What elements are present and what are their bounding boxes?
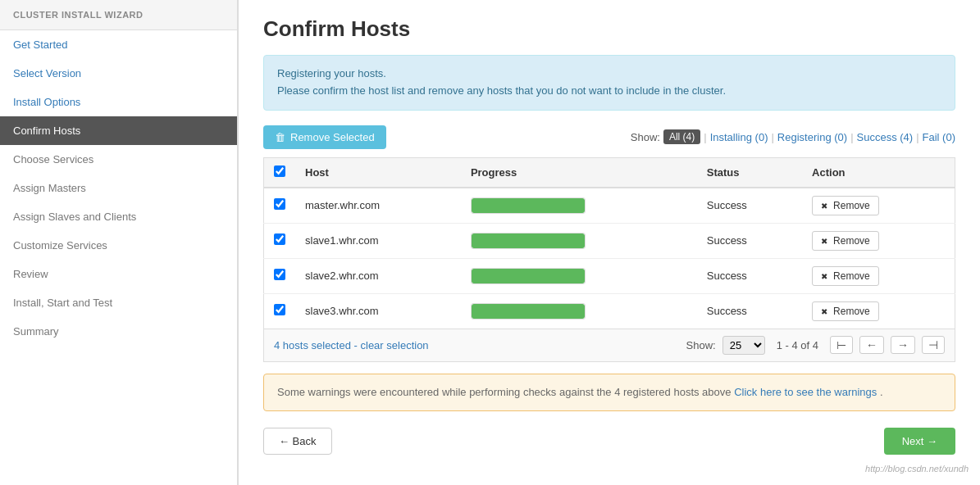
col-action: Action xyxy=(802,157,955,188)
row-status-1: Success xyxy=(697,223,802,258)
row-host-1: slave1.whr.com xyxy=(295,223,461,258)
remove-row-button-0[interactable]: Remove xyxy=(812,196,879,215)
row-checkbox-cell xyxy=(264,188,296,224)
row-action-0: Remove xyxy=(802,188,955,224)
row-host-0: master.whr.com xyxy=(295,188,461,224)
row-checkbox-2[interactable] xyxy=(274,269,285,280)
warning-text-before: Some warnings were encountered while per… xyxy=(277,386,732,398)
warning-link[interactable]: Click here to see the warnings xyxy=(734,386,877,398)
row-action-2: Remove xyxy=(802,258,955,293)
watermark: http://blog.csdn.net/xundh xyxy=(865,464,969,474)
next-page-button[interactable]: → xyxy=(891,336,915,354)
row-checkbox-1[interactable] xyxy=(274,233,285,245)
sidebar-item-get-started[interactable]: Get Started xyxy=(0,30,237,59)
row-checkbox-0[interactable] xyxy=(274,198,285,210)
row-progress-1 xyxy=(461,223,697,258)
main-content: Confirm Hosts Registering your hosts. Pl… xyxy=(238,0,980,485)
pagination-controls: Show: 25 50 100 1 - 4 of 4 ⊢ ← → ⊣ xyxy=(686,336,945,355)
row-host-2: slave2.whr.com xyxy=(295,258,461,293)
footer-buttons: ← Back Next → xyxy=(263,428,955,455)
table-row: slave3.whr.com Success Remove xyxy=(264,293,955,329)
sidebar-item-customize-services: Customize Services xyxy=(0,231,237,260)
progress-bar-wrap xyxy=(471,268,586,284)
progress-bar-wrap xyxy=(471,303,586,320)
remove-icon xyxy=(821,306,830,317)
toolbar: Remove Selected Show: All (4) | Installi… xyxy=(263,125,955,149)
first-page-button[interactable]: ⊢ xyxy=(830,336,853,354)
warning-text-after: . xyxy=(880,386,883,398)
sidebar-item-choose-services: Choose Services xyxy=(0,145,237,174)
show-filters: Show: All (4) | Installing (0) | Registe… xyxy=(631,129,955,144)
selected-info: 4 hosts selected - clear selection xyxy=(274,339,429,351)
remove-icon xyxy=(821,235,830,247)
last-page-button[interactable]: ⊣ xyxy=(922,336,945,354)
next-button[interactable]: Next → xyxy=(884,428,955,455)
sidebar: CLUSTER INSTALL WIZARD Get Started Selec… xyxy=(0,0,238,485)
info-box-line1: Registering your hosts. xyxy=(277,66,941,83)
row-progress-3 xyxy=(461,293,697,329)
col-progress: Progress xyxy=(461,157,697,188)
sidebar-item-confirm-hosts[interactable]: Confirm Hosts xyxy=(0,116,237,145)
progress-bar-wrap xyxy=(471,233,586,249)
sidebar-item-summary: Summary xyxy=(0,317,237,346)
sidebar-item-assign-masters: Assign Masters xyxy=(0,174,237,202)
filter-all[interactable]: All (4) xyxy=(663,129,700,144)
info-box-line2: Please confirm the host list and remove … xyxy=(277,83,941,100)
sidebar-item-review: Review xyxy=(0,260,237,288)
remove-row-button-2[interactable]: Remove xyxy=(812,266,879,286)
row-checkbox-3[interactable] xyxy=(274,304,285,315)
sidebar-header: CLUSTER INSTALL WIZARD xyxy=(0,0,237,30)
progress-bar xyxy=(472,269,585,283)
table-header-row: Host Progress Status Action xyxy=(264,157,955,188)
row-progress-2 xyxy=(461,258,697,293)
col-host: Host xyxy=(295,157,461,188)
remove-row-button-3[interactable]: Remove xyxy=(812,301,879,321)
progress-bar xyxy=(472,304,585,319)
sidebar-item-install-options[interactable]: Install Options xyxy=(0,88,237,116)
row-checkbox-cell xyxy=(264,223,296,258)
row-action-3: Remove xyxy=(802,293,955,329)
back-button[interactable]: ← Back xyxy=(263,428,332,455)
sidebar-item-assign-slaves: Assign Slaves and Clients xyxy=(0,202,237,231)
progress-bar xyxy=(472,198,585,213)
col-status: Status xyxy=(697,157,802,188)
show-per-page-label: Show: xyxy=(686,339,716,351)
row-host-3: slave3.whr.com xyxy=(295,293,461,329)
page-info: 1 - 4 of 4 xyxy=(777,339,818,351)
row-status-3: Success xyxy=(697,293,802,329)
prev-page-button[interactable]: ← xyxy=(859,336,884,354)
trash-icon xyxy=(275,131,285,143)
filter-registering[interactable]: Registering (0) xyxy=(777,131,847,143)
table-row: slave2.whr.com Success Remove xyxy=(264,258,955,293)
sidebar-item-select-version[interactable]: Select Version xyxy=(0,59,237,88)
info-box: Registering your hosts. Please confirm t… xyxy=(263,55,955,111)
show-label: Show: xyxy=(631,131,660,143)
remove-row-button-1[interactable]: Remove xyxy=(812,231,879,251)
remove-icon xyxy=(821,200,830,211)
row-checkbox-cell xyxy=(264,258,296,293)
table-row: master.whr.com Success Remove xyxy=(264,188,955,224)
warning-box: Some warnings were encountered while per… xyxy=(263,374,955,412)
filter-fail[interactable]: Fail (0) xyxy=(923,131,955,143)
row-status-2: Success xyxy=(697,258,802,293)
remove-selected-button[interactable]: Remove Selected xyxy=(263,125,386,149)
sidebar-item-install-start-test: Install, Start and Test xyxy=(0,288,237,317)
table-row: slave1.whr.com Success Remove xyxy=(264,223,955,258)
select-all-checkbox[interactable] xyxy=(274,165,285,177)
row-progress-0 xyxy=(461,188,697,224)
per-page-select[interactable]: 25 50 100 xyxy=(722,336,765,355)
page-title: Confirm Hosts xyxy=(263,16,955,42)
progress-bar xyxy=(472,233,585,248)
col-checkbox xyxy=(264,157,296,188)
filter-success[interactable]: Success (4) xyxy=(857,131,914,143)
progress-bar-wrap xyxy=(471,197,586,214)
row-checkbox-cell xyxy=(264,293,296,329)
remove-selected-label: Remove Selected xyxy=(290,131,375,143)
hosts-table: Host Progress Status Action master.whr.c… xyxy=(263,157,955,329)
row-action-1: Remove xyxy=(802,223,955,258)
filter-installing[interactable]: Installing (0) xyxy=(710,131,768,143)
remove-icon xyxy=(821,270,830,282)
clear-selection-link[interactable]: 4 hosts selected - clear selection xyxy=(274,339,429,351)
pagination-row: 4 hosts selected - clear selection Show:… xyxy=(263,329,955,362)
row-status-0: Success xyxy=(697,188,802,224)
